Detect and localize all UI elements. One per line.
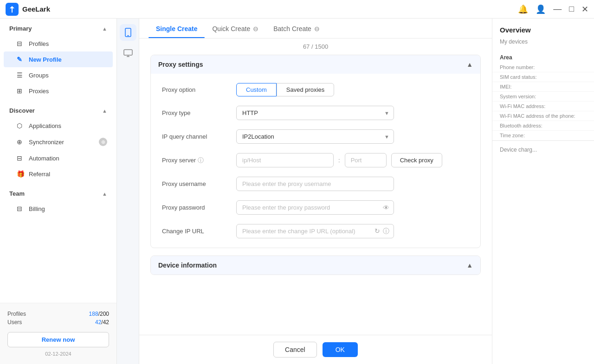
groups-icon: ☰ (17, 71, 24, 79)
proxy-port-input[interactable] (345, 153, 387, 167)
sidebar-group-team-label: Team (9, 190, 25, 197)
sidebar-item-proxies[interactable]: ⊞ Proxies (0, 83, 116, 99)
new-profile-icon: ✎ (17, 56, 24, 63)
icon-sidebar (117, 19, 139, 364)
port-divider: : (338, 157, 340, 164)
timezone-label: Time zone: (500, 133, 587, 138)
device-info-label: Device information (158, 262, 217, 269)
check-proxy-button[interactable]: Check proxy (391, 153, 442, 167)
chevron-up-icon: ▲ (102, 26, 107, 32)
sidebar-item-referral-label: Referral (29, 171, 50, 178)
device-info-section: Device information ▲ (150, 255, 481, 275)
phone-number-label: Phone number: (500, 64, 587, 70)
sidebar-item-groups[interactable]: ☰ Groups (0, 67, 116, 83)
change-ip-input[interactable] (236, 224, 394, 238)
bluetooth-label: Bluetooth address: (500, 123, 587, 128)
tab-single-create[interactable]: Single Create (148, 19, 205, 38)
proxy-username-input[interactable] (236, 177, 394, 191)
profiles-stat-label: Profiles (7, 311, 26, 317)
ok-button[interactable]: OK (323, 342, 358, 357)
ip-query-select-wrapper: IP2Location ipinfo.io ▼ (236, 129, 394, 144)
sidebar-item-billing[interactable]: ⊟ Billing (0, 201, 116, 217)
sidebar-group-primary-header[interactable]: Primary ▲ (0, 20, 116, 36)
users-stat-label: Users (7, 319, 22, 326)
proxy-username-row: Proxy username (162, 177, 469, 191)
proxy-type-select[interactable]: HTTP HTTPS SOCKS5 (236, 106, 394, 120)
tab-quick-create[interactable]: Quick Create ⊖ (205, 19, 266, 38)
proxy-type-row: Proxy type HTTP HTTPS SOCKS5 ▼ (162, 106, 469, 120)
users-total: /42 (101, 319, 109, 326)
proxy-type-select-wrapper: HTTP HTTPS SOCKS5 ▼ (236, 106, 394, 120)
overview-area-label: Area (492, 51, 594, 63)
proxy-option-custom[interactable]: Custom (236, 83, 277, 96)
proxy-server-label: Proxy server ⓘ (162, 156, 236, 165)
chevron-up-icon-2: ▲ (102, 108, 107, 114)
proxy-host-input[interactable] (236, 153, 334, 167)
maximize-button[interactable]: □ (569, 4, 574, 14)
proxy-server-help-icon[interactable]: ⓘ (198, 156, 204, 165)
proxy-settings-chevron: ▲ (466, 61, 473, 68)
refresh-icon[interactable]: ↻ (374, 227, 380, 236)
billing-icon: ⊟ (17, 205, 24, 212)
system-version-label: System version: (500, 94, 587, 99)
synchronizer-icon: ⊕ (17, 138, 24, 146)
monitor-view-button[interactable] (120, 45, 136, 61)
profiles-total: /200 (98, 311, 109, 317)
imei-label: IMEI: (500, 84, 587, 89)
proxy-password-label: Proxy password (162, 204, 236, 211)
tabs-bar: Single Create Quick Create ⊖ Batch Creat… (139, 19, 492, 38)
form-wrapper: 67 / 1500 Proxy settings ▲ Proxy option (139, 38, 492, 335)
proxy-settings-header[interactable]: Proxy settings ▲ (151, 55, 480, 74)
sidebar-item-new-profile[interactable]: ✎ New Profile (4, 51, 113, 67)
notification-icon[interactable]: 🔔 (518, 4, 528, 14)
sidebar-group-discover: Discover ▲ ⬡ Applications ⊕ Synchronizer… (0, 101, 116, 184)
proxy-option-saved[interactable]: Saved proxies (277, 83, 334, 96)
tab-batch-create[interactable]: Batch Create ⊖ (266, 19, 327, 38)
renew-now-button[interactable]: Renew now (7, 332, 109, 347)
proxy-password-wrapper: 👁 (236, 200, 394, 215)
change-ip-wrapper: ↻ ⓘ (236, 224, 394, 238)
sync-badge: ⊕ (99, 138, 107, 146)
sidebar: Primary ▲ ⊟ Profiles ✎ New Profile ☰ Gro… (0, 19, 117, 364)
overview-sim-status: SIM card status: (492, 72, 594, 82)
sidebar-group-primary: Primary ▲ ⊟ Profiles ✎ New Profile ☰ Gro… (0, 19, 116, 101)
sidebar-item-automation[interactable]: ⊟ Automation (0, 150, 116, 166)
sidebar-item-referral[interactable]: 🎁 Referral (0, 166, 116, 182)
device-info-chevron: ▲ (466, 262, 473, 269)
main-layout: Primary ▲ ⊟ Profiles ✎ New Profile ☰ Gro… (0, 19, 594, 364)
profiles-stat-count: 188/200 (89, 311, 109, 317)
overview-system-version: System version: (492, 92, 594, 102)
toggle-password-icon[interactable]: 👁 (383, 204, 389, 211)
sidebar-item-synchronizer[interactable]: ⊕ Synchronizer ⊕ (0, 134, 116, 150)
minimize-button[interactable]: — (553, 4, 562, 14)
sidebar-bottom: Profiles 188/200 Users 42/42 Renew now 0… (0, 303, 116, 364)
user-icon[interactable]: 👤 (536, 4, 546, 14)
proxy-option-row: Proxy option Custom Saved proxies (162, 83, 469, 96)
ip-query-select[interactable]: IP2Location ipinfo.io (236, 129, 394, 144)
sidebar-group-team-header[interactable]: Team ▲ (0, 185, 116, 201)
bottom-bar: Cancel OK (139, 335, 492, 364)
device-info-header[interactable]: Device information ▲ (151, 256, 480, 275)
tab-quick-create-label: Quick Create (212, 25, 250, 32)
sidebar-item-profiles[interactable]: ⊟ Profiles (0, 36, 116, 51)
counter-bar: 67 / 1500 (139, 38, 492, 55)
sidebar-item-applications[interactable]: ⬡ Applications (0, 118, 116, 134)
sidebar-group-discover-label: Discover (9, 107, 35, 114)
proxy-password-input[interactable] (236, 200, 394, 215)
close-button[interactable]: ✕ (581, 4, 588, 14)
counter-value: 67 / 1500 (303, 43, 328, 50)
sidebar-group-discover-header[interactable]: Discover ▲ (0, 102, 116, 118)
batch-create-icon: ⊖ (314, 25, 320, 32)
proxy-server-input-group: : Check proxy (236, 153, 469, 167)
proxy-type-label: Proxy type (162, 109, 236, 116)
overview-footer: Device charg... (492, 140, 594, 159)
profiles-stat: Profiles 188/200 (7, 311, 109, 317)
sidebar-item-synchronizer-label: Synchronizer (29, 139, 64, 146)
change-ip-icons: ↻ ⓘ (374, 227, 389, 236)
app-logo (6, 3, 19, 16)
phone-view-button[interactable] (120, 24, 136, 41)
applications-icon: ⬡ (17, 122, 24, 129)
info-icon[interactable]: ⓘ (383, 227, 389, 236)
sidebar-group-primary-label: Primary (9, 25, 32, 32)
cancel-button[interactable]: Cancel (273, 342, 317, 358)
